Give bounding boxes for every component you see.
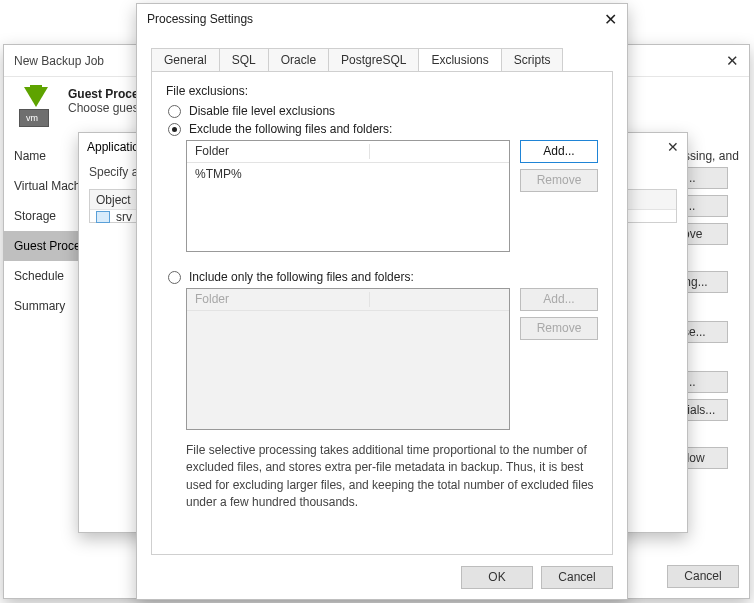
- remove-button: Remove: [520, 169, 598, 192]
- w3-titlebar[interactable]: Processing Settings ✕: [137, 4, 627, 34]
- exclude-row: Folder %TMP% Add... Remove: [186, 140, 598, 252]
- section-title: File exclusions:: [166, 84, 598, 98]
- vm-icon: [96, 211, 110, 223]
- tab-general[interactable]: General: [151, 48, 220, 71]
- tab-oracle[interactable]: Oracle: [268, 48, 329, 71]
- col-object: Object: [96, 193, 131, 207]
- include-row: Folder Add... Remove: [186, 288, 598, 430]
- radio-icon: [168, 271, 181, 284]
- remove-button: Remove: [520, 317, 598, 340]
- radio-include-label: Include only the following files and fol…: [189, 270, 414, 284]
- col-folder: Folder: [195, 144, 370, 159]
- backup-job-icon: [16, 87, 56, 127]
- cancel-button[interactable]: Cancel: [667, 565, 739, 588]
- add-button[interactable]: Add...: [520, 140, 598, 163]
- radio-exclude-label: Exclude the following files and folders:: [189, 122, 392, 136]
- tabs: GeneralSQLOraclePostgreSQLExclusionsScri…: [151, 48, 613, 71]
- radio-disable-row[interactable]: Disable file level exclusions: [168, 104, 598, 118]
- ok-button[interactable]: OK: [461, 566, 533, 589]
- w3-title: Processing Settings: [147, 12, 604, 26]
- w3-footer: OK Cancel: [461, 566, 613, 589]
- processing-settings-dialog: Processing Settings ✕ GeneralSQLOraclePo…: [136, 3, 628, 600]
- radio-exclude-row[interactable]: Exclude the following files and folders:: [168, 122, 598, 136]
- close-icon[interactable]: ✕: [726, 52, 739, 70]
- note-text: File selective processing takes addition…: [186, 442, 598, 512]
- exclude-list[interactable]: Folder %TMP%: [186, 140, 510, 252]
- include-buttons: Add... Remove: [520, 288, 598, 430]
- tab-scripts[interactable]: Scripts: [501, 48, 564, 71]
- close-icon[interactable]: ✕: [604, 10, 617, 29]
- w1-footer: Cancel: [657, 555, 749, 598]
- close-icon[interactable]: ✕: [667, 139, 679, 155]
- tab-postgresql[interactable]: PostgreSQL: [328, 48, 419, 71]
- w1-title: New Backup Job: [14, 54, 104, 68]
- include-list: Folder: [186, 288, 510, 430]
- cancel-button[interactable]: Cancel: [541, 566, 613, 589]
- tab-exclusions[interactable]: Exclusions: [418, 48, 501, 71]
- radio-disable-label: Disable file level exclusions: [189, 104, 335, 118]
- exclusions-page: File exclusions: Disable file level excl…: [151, 71, 613, 555]
- list-item[interactable]: %TMP%: [187, 163, 509, 185]
- radio-include-row[interactable]: Include only the following files and fol…: [168, 270, 598, 284]
- col-folder: Folder: [195, 292, 370, 307]
- list-header: Folder: [187, 141, 509, 163]
- list-header: Folder: [187, 289, 509, 311]
- exclude-buttons: Add... Remove: [520, 140, 598, 252]
- radio-icon: [168, 123, 181, 136]
- row-label: srv: [116, 210, 132, 224]
- radio-icon: [168, 105, 181, 118]
- tab-sql[interactable]: SQL: [219, 48, 269, 71]
- add-button: Add...: [520, 288, 598, 311]
